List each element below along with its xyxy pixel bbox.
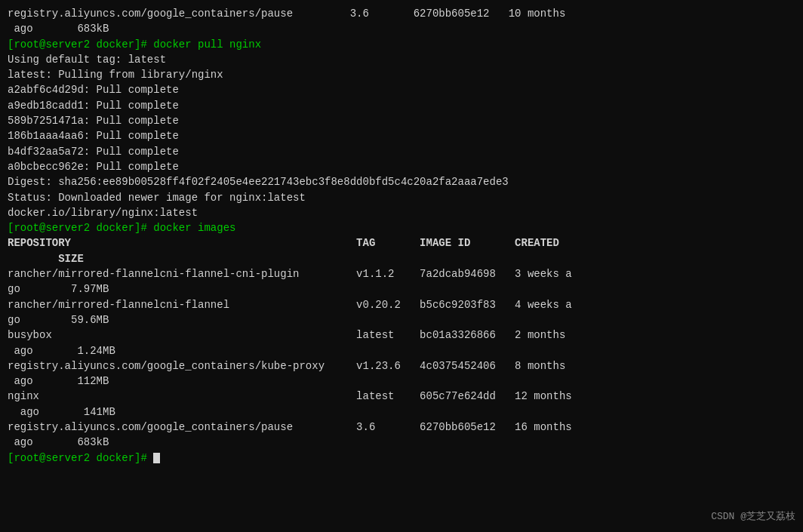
terminal-line: SIZE [8, 251, 795, 266]
terminal-line: REPOSITORY TAG IMAGE ID CREATED [8, 235, 795, 251]
terminal-cursor [153, 453, 160, 463]
terminal-line: ago 112MB [8, 374, 795, 389]
terminal-line: registry.aliyuncs.com/google_containers/… [8, 420, 795, 435]
terminal-line: [root@server2 docker]# docker pull nginx [8, 37, 795, 52]
terminal-line: Using default tag: latest [8, 52, 795, 67]
watermark: CSDN @芝芝又荔枝 [711, 510, 795, 524]
terminal-line: ago 141MB [8, 404, 795, 420]
terminal-line: ago 683kB [8, 435, 795, 450]
terminal-line: rancher/mirrored-flannelcni-flannel v0.2… [8, 297, 795, 312]
terminal-line: latest: Pulling from library/nginx [8, 67, 795, 82]
terminal-line: rancher/mirrored-flannelcni-flannel-cni-… [8, 266, 795, 281]
terminal-line: 589b7251471a: Pull complete [8, 113, 795, 128]
terminal-line: go 59.6MB [8, 312, 795, 328]
terminal-line: docker.io/library/nginx:latest [8, 205, 795, 220]
terminal-content: registry.aliyuncs.com/google_containers/… [8, 6, 795, 466]
terminal-window: registry.aliyuncs.com/google_containers/… [0, 0, 803, 532]
terminal-line: registry.aliyuncs.com/google_containers/… [8, 6, 795, 21]
terminal-line: b4df32aa5a72: Pull complete [8, 144, 795, 159]
terminal-line: 186b1aaa4aa6: Pull complete [8, 128, 795, 143]
terminal-line: ago 1.24MB [8, 343, 795, 358]
terminal-line: [root@server2 docker]# docker images [8, 220, 795, 235]
terminal-line: nginx latest 605c77e624dd 12 months [8, 389, 795, 404]
terminal-line: a0bcbecc962e: Pull complete [8, 159, 795, 174]
terminal-line: a9edb18cadd1: Pull complete [8, 98, 795, 113]
terminal-line: Digest: sha256:ee89b00528ff4f02f2405e4ee… [8, 174, 795, 189]
terminal-line: busybox latest bc01a3326866 2 months [8, 328, 795, 343]
terminal-line: ago 683kB [8, 21, 795, 36]
terminal-line: registry.aliyuncs.com/google_containers/… [8, 358, 795, 374]
terminal-line: a2abf6c4d29d: Pull complete [8, 82, 795, 97]
terminal-line: go 7.97MB [8, 281, 795, 297]
terminal-line: [root@server2 docker]# [8, 451, 795, 466]
terminal-line: Status: Downloaded newer image for nginx… [8, 190, 795, 205]
